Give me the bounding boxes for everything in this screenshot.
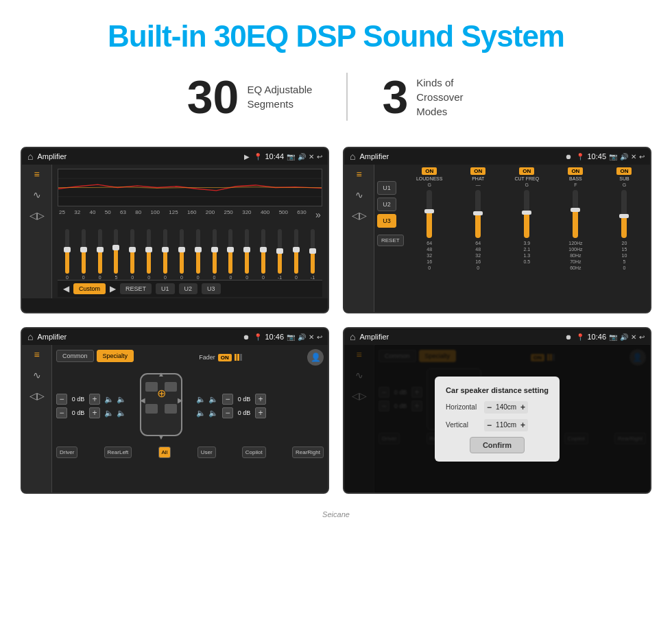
driver-btn-3[interactable]: Driver [56,446,77,458]
eq-slider-8[interactable]: 0 [196,229,200,280]
sub-on[interactable]: ON [616,167,632,175]
confirm-button[interactable]: Confirm [470,437,525,453]
db-plus-rr[interactable]: + [255,407,266,418]
loudness-on[interactable]: ON [422,167,437,175]
eq-main: 25 32 40 50 63 80 100 125 160 200 250 32… [52,165,328,298]
close-icon-2[interactable]: ✕ [631,153,636,160]
eq-slider-9[interactable]: 0 [213,229,217,280]
close-icon-1[interactable]: ✕ [309,153,314,160]
rearleft-btn-3[interactable]: RearLeft [104,446,132,458]
back-icon-2[interactable]: ↩ [639,153,645,160]
fader-label-3: Fader [199,354,215,361]
eq-next-btn[interactable]: ▶ [110,284,116,294]
preset-u2[interactable]: U2 [377,198,396,211]
db-plus-fl[interactable]: + [89,394,100,405]
eq-slider-1[interactable]: 0 [82,229,86,280]
rearright-btn-3[interactable]: RearRight [292,446,324,458]
wave-icon-3[interactable]: ∿ [33,370,41,381]
profile-icon-3[interactable]: 👤 [307,349,324,366]
eq-slider-2[interactable]: 0 [98,229,102,280]
vertical-minus[interactable]: − [487,420,492,430]
cutfreq-on[interactable]: ON [519,167,534,175]
dsp-reset-btn[interactable]: RESET [377,235,404,246]
horizontal-plus[interactable]: + [520,403,525,412]
eq-slider-15[interactable]: -1 [311,229,315,280]
close-icon-4[interactable]: ✕ [631,333,636,341]
sound-icon-2: 🔊 [620,153,628,160]
eq-icon-2[interactable]: ≡ [356,169,361,180]
vertical-plus[interactable]: + [520,420,525,430]
eq-slider-5[interactable]: 0 [147,229,151,280]
eq-custom-btn[interactable]: Custom [73,283,106,294]
preset-u3[interactable]: U3 [377,214,396,228]
speaker-layout-3: − 0 dB + 🔈 🔈 − 0 dB + 🔈 🔈 [56,368,324,444]
speaker-icon-rr: 🔈 [196,409,206,418]
eq-slider-4[interactable]: 0 [130,229,134,280]
horizontal-minus[interactable]: − [487,403,492,412]
camera-icon-3: 📷 [287,333,295,341]
home-icon-4[interactable]: ⌂ [350,331,355,342]
preset-u1[interactable]: U1 [377,181,396,195]
common-btn-3[interactable]: Common [56,350,94,362]
back-icon-3[interactable]: ↩ [317,333,322,341]
car-diagram-3: ⊕ ▲ ▼ ◀ ▶ [130,368,192,444]
fader-on-3[interactable]: ON [218,354,232,361]
db-minus-rr[interactable]: − [222,407,233,418]
screen4-content: ≡ ∿ ◁▷ Common Specialty ON [344,345,650,492]
eq-slider-13[interactable]: -1 [278,229,282,280]
speaker-icon-fr2: 🔈 [208,395,218,404]
vol-icon-3[interactable]: ◁▷ [29,390,45,401]
play-icon-1[interactable]: ▶ [244,153,250,160]
vol-icon-2[interactable]: ◁▷ [352,210,367,221]
db-val-fr: 0 dB [236,396,252,403]
loudness-slider[interactable] [427,190,432,238]
all-btn-3[interactable]: All [158,446,171,458]
eq-slider-14[interactable]: 0 [294,229,298,280]
wave-icon-2[interactable]: ∿ [355,189,363,200]
eq-prev-btn[interactable]: ◀ [63,284,69,294]
bass-slider[interactable] [573,190,578,238]
db-minus-fr[interactable]: − [222,394,233,405]
location-icon-2: 📍 [576,153,584,160]
eq-u2-btn[interactable]: U2 [179,283,198,294]
eq-icon-3[interactable]: ≡ [34,349,39,360]
home-icon-1[interactable]: ⌂ [27,151,33,162]
db-row-fl: − 0 dB + 🔈 🔈 [56,394,126,405]
copilot-btn-3[interactable]: Copilot [242,446,266,458]
home-icon-2[interactable]: ⌂ [350,151,355,162]
eq-reset-btn[interactable]: RESET [120,283,152,294]
home-icon-3[interactable]: ⌂ [27,331,33,342]
right-controls-3: 🔈 🔈 − 0 dB + 🔈 🔈 − 0 dB + [196,394,266,418]
db-plus-rl[interactable]: + [89,407,100,418]
eq-slider-11[interactable]: 0 [245,229,249,280]
phat-slider[interactable] [475,190,481,238]
db-minus-fl[interactable]: − [56,394,67,405]
db-minus-rl[interactable]: − [56,407,67,418]
user-btn-3[interactable]: User [197,446,216,458]
eq-slider-12[interactable]: 0 [261,229,265,280]
phat-on[interactable]: ON [470,167,485,175]
back-icon-4[interactable]: ↩ [639,333,645,341]
svg-rect-5 [145,382,158,392]
specialty-btn-3[interactable]: Specialty [97,350,134,362]
eq-u3-btn[interactable]: U3 [202,283,221,294]
wave-icon-1[interactable]: ∿ [33,189,41,200]
eq-slider-6[interactable]: 0 [163,229,167,280]
eq-slider-7[interactable]: 0 [180,229,184,280]
vol-icon-1[interactable]: ◁▷ [29,210,45,221]
close-icon-3[interactable]: ✕ [309,333,314,341]
eq-slider-3[interactable]: 5 [114,229,118,280]
screens-grid: ⌂ Amplifier ▶ 📍 10:44 📷 🔊 ✕ ↩ ≡ ∿ ◁▷ [0,140,672,508]
db-val-fl: 0 dB [70,396,86,403]
sub-slider[interactable] [621,190,627,238]
eq-slider-10[interactable]: 0 [228,229,232,280]
eq-icon-1[interactable]: ≡ [34,169,39,180]
page-title: Built-in 30EQ DSP Sound System [0,0,672,60]
eq-slider-0[interactable]: 0 [65,229,69,280]
eq-u1-btn[interactable]: U1 [156,283,175,294]
cutfreq-slider[interactable] [524,190,529,238]
bass-on[interactable]: ON [568,167,583,175]
back-icon-1[interactable]: ↩ [317,153,322,160]
db-plus-fr[interactable]: + [255,394,266,405]
ch-sub: ON SUB G 20 15 10 5 0 [601,167,647,309]
